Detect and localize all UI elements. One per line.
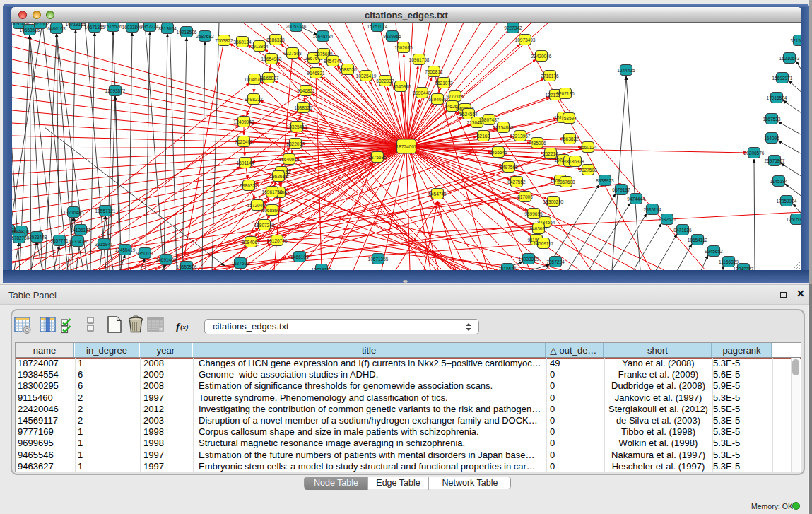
svg-text:8454749: 8454749 bbox=[428, 192, 447, 197]
svg-text:8186328: 8186328 bbox=[266, 37, 285, 42]
svg-text:10653526: 10653526 bbox=[177, 264, 197, 269]
svg-text:12213967: 12213967 bbox=[510, 134, 531, 139]
svg-text:2935114: 2935114 bbox=[644, 207, 661, 212]
svg-text:10973493: 10973493 bbox=[515, 37, 536, 42]
svg-text:1527602: 1527602 bbox=[231, 261, 249, 266]
svg-text:817006: 817006 bbox=[517, 194, 533, 199]
svg-text:9084067: 9084067 bbox=[242, 240, 260, 245]
svg-text:8813054: 8813054 bbox=[158, 26, 177, 31]
svg-text:8471626: 8471626 bbox=[673, 228, 692, 233]
svg-text:7515526: 7515526 bbox=[104, 24, 122, 29]
svg-text:9146821: 9146821 bbox=[307, 71, 325, 76]
svg-text:9146821: 9146821 bbox=[297, 88, 315, 93]
svg-text:17359924: 17359924 bbox=[777, 199, 797, 204]
svg-text:10719155: 10719155 bbox=[66, 23, 86, 27]
svg-text:15692971: 15692971 bbox=[772, 76, 793, 81]
svg-text:19654983: 19654983 bbox=[261, 57, 282, 62]
svg-text:10671355: 10671355 bbox=[85, 25, 105, 30]
svg-text:1145194: 1145194 bbox=[770, 179, 788, 184]
svg-text:10325419: 10325419 bbox=[356, 74, 377, 78]
svg-text:3215953: 3215953 bbox=[790, 38, 801, 43]
svg-text:3875685: 3875685 bbox=[368, 155, 387, 160]
svg-text:8938923: 8938923 bbox=[596, 178, 614, 183]
svg-text:16210643: 16210643 bbox=[779, 56, 800, 61]
svg-text:22420046: 22420046 bbox=[531, 54, 552, 59]
svg-text:1527602: 1527602 bbox=[31, 23, 49, 26]
svg-text:6466103: 6466103 bbox=[290, 255, 309, 259]
svg-text:19218506: 19218506 bbox=[177, 30, 197, 35]
svg-text:2867608: 2867608 bbox=[557, 180, 575, 185]
svg-text:9699695: 9699695 bbox=[524, 211, 543, 216]
svg-text:10557121: 10557121 bbox=[95, 209, 116, 214]
svg-text:18724007: 18724007 bbox=[396, 144, 417, 149]
svg-text:8990448: 8990448 bbox=[413, 90, 431, 95]
svg-text:10046768: 10046768 bbox=[245, 77, 265, 82]
svg-text:9463627: 9463627 bbox=[529, 226, 548, 231]
svg-text:16033809: 16033809 bbox=[122, 25, 143, 30]
svg-text:11156829: 11156829 bbox=[719, 259, 739, 264]
svg-text:18640910: 18640910 bbox=[279, 157, 300, 162]
svg-text:16648784: 16648784 bbox=[313, 34, 334, 39]
svg-text:3915941: 3915941 bbox=[95, 242, 113, 247]
svg-text:9350011: 9350011 bbox=[136, 251, 154, 256]
svg-text:3660124: 3660124 bbox=[579, 145, 597, 150]
svg-text:17016504: 17016504 bbox=[767, 95, 787, 100]
svg-text:9657771: 9657771 bbox=[50, 238, 69, 243]
svg-text:1588520: 1588520 bbox=[339, 67, 357, 72]
svg-text:1733426: 1733426 bbox=[69, 239, 87, 244]
svg-text:7955812: 7955812 bbox=[425, 69, 443, 74]
svg-text:6322037: 6322037 bbox=[286, 141, 305, 146]
svg-text:10120746: 10120746 bbox=[267, 238, 288, 243]
svg-text:12093872: 12093872 bbox=[105, 88, 126, 93]
svg-text:20691406: 20691406 bbox=[156, 257, 177, 262]
svg-text:3267130: 3267130 bbox=[556, 91, 575, 96]
svg-text:6466103: 6466103 bbox=[47, 26, 66, 31]
svg-text:9465546: 9465546 bbox=[489, 150, 507, 155]
svg-text:252214: 252214 bbox=[543, 151, 558, 156]
svg-text:16961758: 16961758 bbox=[262, 189, 283, 194]
svg-text:9777169: 9777169 bbox=[446, 94, 464, 99]
svg-text:10654112: 10654112 bbox=[688, 238, 708, 243]
svg-text:8454749: 8454749 bbox=[324, 59, 342, 64]
svg-text:1167533: 1167533 bbox=[763, 117, 781, 122]
svg-text:10688609: 10688609 bbox=[262, 208, 283, 213]
svg-text:12342757: 12342757 bbox=[734, 267, 754, 271]
svg-text:1244415: 1244415 bbox=[617, 68, 635, 73]
svg-text:3624554: 3624554 bbox=[459, 112, 478, 117]
svg-text:18807249: 18807249 bbox=[254, 223, 275, 228]
svg-text:14569117: 14569117 bbox=[534, 241, 554, 246]
svg-text:6679197: 6679197 bbox=[612, 187, 630, 192]
svg-text:16154808: 16154808 bbox=[493, 125, 514, 130]
svg-text:13716485: 13716485 bbox=[64, 210, 84, 215]
svg-text:3912954: 3912954 bbox=[250, 44, 269, 49]
svg-text:16961758: 16961758 bbox=[409, 57, 430, 62]
svg-text:12409948: 12409948 bbox=[234, 119, 254, 124]
svg-text:164095: 164095 bbox=[764, 136, 779, 141]
svg-text:7986322: 7986322 bbox=[240, 183, 258, 188]
svg-text:7357224: 7357224 bbox=[141, 24, 159, 29]
svg-text:9327508: 9327508 bbox=[283, 51, 302, 56]
svg-text:62160: 62160 bbox=[477, 134, 490, 139]
svg-text:1621072: 1621072 bbox=[435, 81, 453, 86]
svg-text:18640910: 18640910 bbox=[391, 84, 411, 89]
svg-text:9245652: 9245652 bbox=[705, 249, 723, 254]
svg-text:7663822: 7663822 bbox=[560, 136, 579, 141]
svg-text:10719155: 10719155 bbox=[312, 267, 332, 271]
svg-text:10671355: 10671355 bbox=[368, 257, 389, 262]
svg-text:6497568: 6497568 bbox=[500, 165, 518, 170]
svg-text:1362615: 1362615 bbox=[269, 174, 288, 179]
svg-text:10807487: 10807487 bbox=[479, 117, 500, 122]
svg-text:12455419: 12455419 bbox=[115, 247, 136, 252]
svg-text:9474444: 9474444 bbox=[627, 197, 645, 201]
svg-text:1362615: 1362615 bbox=[394, 45, 413, 50]
svg-text:20053346: 20053346 bbox=[286, 24, 307, 29]
svg-text:8427552: 8427552 bbox=[507, 180, 526, 185]
svg-text:6794028: 6794028 bbox=[428, 97, 447, 102]
svg-text:753594: 753594 bbox=[561, 116, 577, 121]
svg-text:15751074: 15751074 bbox=[367, 24, 388, 29]
svg-text:10325419: 10325419 bbox=[287, 124, 307, 129]
svg-text:18300295: 18300295 bbox=[543, 199, 564, 204]
svg-text:3660124: 3660124 bbox=[233, 40, 252, 45]
svg-text:7632621: 7632621 bbox=[658, 217, 676, 222]
svg-text:1691144: 1691144 bbox=[237, 160, 254, 165]
